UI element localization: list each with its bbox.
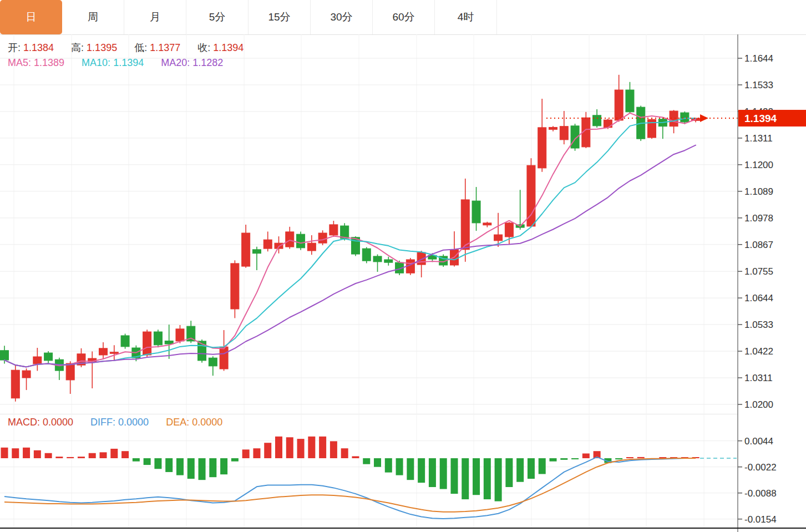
macd-chart[interactable]: 0.0044-0.0022-0.0088-0.0154 [0,414,806,532]
svg-text:1.1311: 1.1311 [744,133,773,144]
last-price-badge: 1.1394 [738,110,806,126]
open-value: 1.1384 [23,42,54,53]
tab-4hour[interactable]: 4时 [435,0,497,34]
tab-5min[interactable]: 5分 [186,0,249,34]
svg-text:1.1644: 1.1644 [744,53,773,64]
svg-text:1.0533: 1.0533 [744,320,773,330]
svg-text:0.0044: 0.0044 [744,436,773,447]
dea-line [4,458,696,512]
svg-text:1.0978: 1.0978 [744,213,773,224]
ma20-value: 1.1282 [192,57,223,68]
svg-text:1.0644: 1.0644 [744,293,773,303]
svg-text:1.1200: 1.1200 [744,160,773,170]
high-value: 1.1395 [87,42,117,53]
open-label: 开: [8,42,21,53]
ma10-line [4,118,696,367]
svg-text:1.1394: 1.1394 [744,113,777,124]
diff-label: DIFF: [90,417,115,428]
macd-gridlines [0,414,738,528]
close-label: 收: [197,42,210,53]
svg-text:1.0311: 1.0311 [744,373,773,383]
svg-text:1.0755: 1.0755 [744,266,773,277]
macd-label: MACD: [8,417,40,428]
macd-axis-labels: 0.0044-0.0022-0.0088-0.0154 [738,414,777,532]
ma-legend: MA5:1.1389 MA10:1.1394 MA20:1.1282 [8,57,237,69]
tab-month[interactable]: 月 [124,0,186,34]
tab-day[interactable]: 日 [0,0,62,34]
ohlc-legend: 开:1.1384 高:1.1395 低:1.1377 收:1.1394 [8,41,258,54]
tab-30min[interactable]: 30分 [311,0,373,34]
ma5-value: 1.1389 [34,57,64,68]
low-value: 1.1377 [150,42,180,53]
diff-value: 0.0000 [118,417,149,428]
ma5-label: MA5: [8,57,31,68]
ma20-line [4,145,696,367]
ma20-label: MA20: [161,57,190,68]
low-label: 低: [134,42,147,53]
timeframe-tabbar: 日周月5分15分30分60分4时 [0,0,806,35]
svg-text:-0.0154: -0.0154 [744,514,777,525]
close-value: 1.1394 [213,42,244,53]
svg-text:1.0200: 1.0200 [744,399,773,410]
price-chart[interactable]: 1.16441.15331.14221.13111.12001.10891.09… [0,34,806,414]
macd-value: 0.0000 [43,417,73,428]
svg-text:1.1089: 1.1089 [744,186,773,197]
tab-week[interactable]: 周 [62,0,124,34]
svg-text:-0.0022: -0.0022 [744,462,777,473]
ma10-value: 1.1394 [113,57,144,68]
dea-value: 0.0000 [192,417,222,428]
diff-line [4,457,696,519]
tab-60min[interactable]: 60分 [373,0,435,34]
ma10-label: MA10: [82,57,110,68]
dea-label: DEA: [166,417,189,428]
svg-text:1.0422: 1.0422 [744,346,773,357]
svg-text:1.0867: 1.0867 [744,240,773,250]
tab-15min[interactable]: 15分 [249,0,311,34]
macd-histogram [1,437,699,501]
svg-text:-0.0088: -0.0088 [744,488,777,499]
svg-text:1.1533: 1.1533 [744,80,773,90]
high-label: 高: [71,42,84,53]
trading-chart-app: 日周月5分15分30分60分4时 开:1.1384 高:1.1395 低:1.1… [0,0,806,532]
price-axis-labels: 1.16441.15331.14221.13111.12001.10891.09… [738,34,773,414]
macd-legend: MACD:0.0000 DIFF:0.0000 DEA:0.0000 [8,417,237,428]
